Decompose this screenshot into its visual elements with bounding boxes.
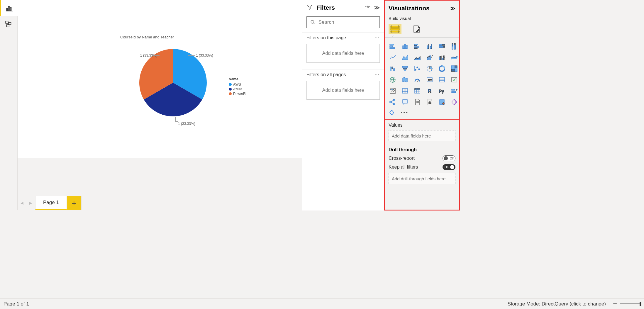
svg-rect-38 xyxy=(430,56,431,60)
viz-more-visuals-icon[interactable] xyxy=(389,109,396,116)
canvas-boundary xyxy=(18,158,302,158)
viz-drill-dropzone[interactable]: Add drill-through fields here xyxy=(389,173,455,184)
viz-stacked-area-icon[interactable] xyxy=(412,53,423,62)
svg-rect-27 xyxy=(430,46,431,49)
viz-narrative-icon[interactable] xyxy=(412,97,423,107)
viz-more-icon[interactable]: ••• xyxy=(401,110,409,115)
viz-stacked-bar-icon[interactable] xyxy=(387,42,398,51)
svg-rect-70 xyxy=(402,89,408,93)
tabs-next-button[interactable]: ► xyxy=(26,196,35,210)
build-visual-tab[interactable] xyxy=(389,24,401,34)
viz-decomposition-tree-icon[interactable] xyxy=(387,97,398,107)
filters-visibility-icon[interactable] xyxy=(365,4,371,11)
legend-item-powerbi[interactable]: PowerBi xyxy=(229,92,246,96)
filters-this-page-dropzone[interactable]: Add data fields here xyxy=(306,44,380,63)
pie-chart[interactable] xyxy=(139,49,207,116)
viz-table-icon[interactable] xyxy=(400,86,410,96)
zoom-slider[interactable] xyxy=(620,303,640,304)
tabs-prev-button[interactable]: ◄ xyxy=(18,196,26,210)
viz-title: Visualizations xyxy=(389,5,448,12)
svg-rect-45 xyxy=(394,69,395,71)
viz-card-icon[interactable]: 123 xyxy=(424,75,435,84)
legend-title: Name xyxy=(229,77,246,81)
viz-subtitle: Build visual xyxy=(385,16,459,23)
viz-map-icon[interactable] xyxy=(387,75,398,84)
viz-qa-icon[interactable] xyxy=(400,97,410,107)
svg-rect-18 xyxy=(403,46,404,49)
svg-rect-6 xyxy=(6,25,9,27)
canvas-page[interactable]: CourseId by Name and Teacher 1 (33.33%) … xyxy=(18,0,302,158)
viz-paginated-icon[interactable] xyxy=(424,97,435,107)
viz-values-dropzone[interactable]: Add data fields here xyxy=(389,130,455,141)
legend-item-azure[interactable]: Azure xyxy=(229,87,246,91)
viz-slicer-icon[interactable] xyxy=(387,86,398,96)
model-view-button[interactable] xyxy=(0,16,18,32)
page-indicator: Page 1 of 1 xyxy=(4,301,29,307)
tab-page-1[interactable]: Page 1 xyxy=(35,196,67,210)
viz-stacked-column-icon[interactable] xyxy=(400,42,410,51)
keep-filters-toggle[interactable]: On xyxy=(443,164,455,170)
viz-donut-icon[interactable] xyxy=(437,64,447,73)
svg-rect-40 xyxy=(440,56,441,60)
pie-label-aws: 1 (33.33%) xyxy=(196,53,213,57)
filters-pane: Filters ≫ Filters on this page ⋯ Add dat… xyxy=(302,0,384,210)
filters-all-pages-dropzone[interactable]: Add data fields here xyxy=(306,81,380,100)
svg-point-49 xyxy=(415,69,416,70)
svg-rect-23 xyxy=(414,47,419,47)
filters-search[interactable] xyxy=(306,16,380,28)
viz-line-stacked-column-icon[interactable] xyxy=(424,53,435,62)
svg-rect-32 xyxy=(439,46,443,47)
viz-matrix-icon[interactable] xyxy=(412,86,423,96)
svg-rect-17 xyxy=(390,47,395,49)
viz-collapse-icon[interactable]: ≫ xyxy=(450,6,455,11)
viz-treemap-icon[interactable] xyxy=(449,64,460,73)
zoom-out-button[interactable]: − xyxy=(613,302,617,306)
viz-r-icon[interactable]: R xyxy=(424,86,435,96)
cross-report-toggle[interactable]: Off xyxy=(443,155,455,161)
report-view-button[interactable] xyxy=(0,0,18,16)
viz-py-icon[interactable]: Py xyxy=(437,86,447,96)
viz-ribbon-icon[interactable] xyxy=(449,53,460,62)
svg-rect-47 xyxy=(403,68,407,69)
viz-kpi-icon[interactable] xyxy=(449,75,460,84)
viz-waterfall-icon[interactable] xyxy=(387,64,398,73)
viz-key-influencers-icon[interactable] xyxy=(449,86,460,96)
svg-rect-42 xyxy=(443,56,444,60)
viz-clustered-bar-icon[interactable] xyxy=(412,42,423,51)
status-bar: Page 1 of 1 Storage Mode: DirectQuery (c… xyxy=(0,298,644,309)
svg-text:123: 123 xyxy=(428,79,432,82)
model-view-icon xyxy=(5,21,13,28)
legend-item-aws[interactable]: AWS xyxy=(229,82,246,86)
filters-search-input[interactable] xyxy=(318,19,376,25)
svg-rect-86 xyxy=(393,99,395,101)
viz-clustered-column-icon[interactable] xyxy=(424,42,435,51)
viz-multirow-card-icon[interactable] xyxy=(437,75,447,84)
viz-powerapps-icon[interactable] xyxy=(437,97,447,107)
add-page-button[interactable]: + xyxy=(67,196,82,210)
filters-this-page-more-icon[interactable]: ⋯ xyxy=(374,35,380,40)
viz-gallery: 123 R Py xyxy=(385,39,459,108)
filters-collapse-icon[interactable]: ≫ xyxy=(374,4,380,11)
svg-rect-26 xyxy=(428,45,429,49)
viz-100-stacked-column-icon[interactable] xyxy=(449,42,460,51)
filters-all-pages-more-icon[interactable]: ⋯ xyxy=(374,72,380,77)
svg-rect-15 xyxy=(390,44,394,45)
viz-gauge-icon[interactable] xyxy=(412,75,423,84)
viz-powerautomate-icon[interactable] xyxy=(449,97,460,107)
viz-pie-icon[interactable] xyxy=(424,64,435,73)
svg-rect-4 xyxy=(6,21,8,23)
viz-funnel-icon[interactable] xyxy=(400,64,410,73)
viz-line-clustered-column-icon[interactable] xyxy=(437,53,447,62)
viz-line-icon[interactable] xyxy=(387,53,398,62)
viz-100-stacked-bar-icon[interactable] xyxy=(437,42,447,51)
search-icon xyxy=(310,19,316,25)
viz-area-icon[interactable] xyxy=(400,53,410,62)
storage-mode[interactable]: Storage Mode: DirectQuery (click to chan… xyxy=(508,301,606,307)
svg-rect-46 xyxy=(402,66,408,67)
viz-filled-map-icon[interactable] xyxy=(400,75,410,84)
viz-scatter-icon[interactable] xyxy=(412,64,423,73)
svg-rect-64 xyxy=(439,77,445,82)
svg-point-7 xyxy=(367,6,369,8)
svg-rect-93 xyxy=(430,101,430,104)
format-visual-tab[interactable] xyxy=(410,24,423,34)
